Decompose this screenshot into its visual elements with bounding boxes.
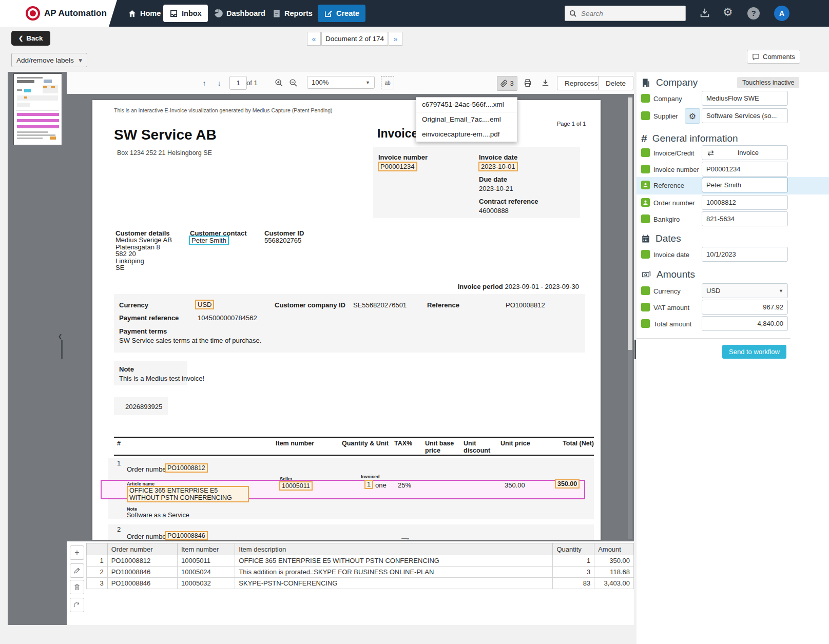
company-id-label: Customer company ID	[275, 301, 345, 309]
back-button[interactable]: ❮ Back	[11, 31, 50, 46]
total-amount-input[interactable]	[702, 316, 788, 331]
add-row-button[interactable]: +	[70, 545, 84, 560]
prev-document-button[interactable]: «	[307, 32, 321, 46]
bankgiro-input[interactable]	[702, 211, 788, 226]
order-number-input[interactable]	[702, 195, 788, 210]
header-order-number[interactable]: Order number	[107, 543, 177, 555]
customer-address: Medius Sverige ABPlatensgatan 8582 20 Li…	[115, 237, 172, 271]
seller-capture[interactable]: 10005011	[279, 481, 313, 491]
reports-icon	[273, 9, 281, 18]
attachment-item[interactable]: Original_Email_7ac....eml	[416, 112, 517, 127]
bankgiro-field-label: Bankgiro	[653, 216, 680, 223]
download-document-icon[interactable]	[538, 76, 552, 90]
reference-input[interactable]	[702, 178, 788, 192]
search-box[interactable]	[565, 6, 686, 21]
total-capture[interactable]: 350.00	[555, 479, 580, 489]
delete-row-button[interactable]	[70, 580, 84, 594]
field-status-icon	[641, 214, 650, 223]
help-icon[interactable]: ?	[747, 7, 760, 19]
print-icon[interactable]	[520, 76, 535, 90]
export-icon[interactable]	[699, 7, 710, 18]
nav-reports[interactable]: Reports	[266, 5, 319, 22]
send-to-workflow-button[interactable]: Send to workflow	[722, 345, 786, 359]
page-count-label: of 1	[246, 76, 258, 90]
text-select-tool-icon[interactable]: ab	[381, 76, 394, 89]
gear-icon: ⚙	[689, 111, 696, 121]
note-value: This is a Medius test invoice!	[119, 375, 204, 382]
company-input[interactable]	[702, 91, 788, 106]
reprocess-rows-button[interactable]	[70, 598, 84, 612]
line-1-order-capture[interactable]: PO10008812	[165, 463, 208, 473]
delete-button[interactable]: Delete	[598, 76, 633, 90]
currency-capture[interactable]: USD	[195, 300, 214, 309]
zoom-in-icon[interactable]	[272, 76, 285, 90]
header-item-description[interactable]: Item description	[235, 543, 553, 555]
invoice-date-input[interactable]	[702, 247, 788, 262]
attachments-button[interactable]: 3	[497, 76, 517, 91]
collapse-thumbnails-icon[interactable]: ❮	[58, 334, 62, 339]
caret-down-icon: ▼	[365, 80, 370, 85]
field-status-icon	[641, 319, 650, 328]
app-grid-icon[interactable]	[7, 8, 21, 19]
calendar-icon	[641, 234, 650, 243]
table-row[interactable]: 1PO10008812 10005011OFFICE 365 ENTERPRIS…	[87, 555, 634, 567]
search-input[interactable]	[580, 9, 674, 18]
table-row[interactable]: 3PO10008846 10005032SKYPE-PSTN-CONFERENC…	[87, 578, 634, 589]
left-splitter-handle[interactable]	[61, 340, 63, 359]
header-item-number[interactable]: Item number	[177, 543, 235, 555]
line-note-value: Software as a Service	[127, 512, 189, 519]
line-2-order-capture[interactable]: PO10008846	[165, 531, 208, 540]
thumbnail-panel	[8, 72, 67, 625]
payment-terms-label: Payment terms	[119, 327, 167, 335]
barcode-number: 2026893925	[125, 403, 162, 411]
comments-button[interactable]: Comments	[747, 50, 800, 64]
dates-section-title: Dates	[641, 233, 681, 244]
invoice-number-input[interactable]	[702, 162, 788, 177]
page-thumbnail[interactable]	[13, 73, 62, 145]
viewer-scrollbar[interactable]	[628, 96, 632, 539]
attachment-item[interactable]: c6797451-24ac-566f....xml	[416, 97, 517, 112]
invoiced-capture[interactable]: 1	[364, 480, 373, 489]
back-chevron-icon: ❮	[18, 35, 23, 42]
edit-row-button[interactable]	[70, 563, 84, 578]
prev-page-icon[interactable]: ↑	[198, 76, 211, 90]
nav-inbox[interactable]: Inbox	[163, 5, 208, 22]
contract-reference-label: Contract reference	[479, 198, 538, 205]
next-page-icon[interactable]: ↓	[213, 76, 226, 90]
vendor-address: Box 1234 252 21 Helsingborg SE	[117, 149, 212, 157]
zoom-level-select[interactable]: 100% ▼	[307, 76, 375, 89]
zoom-out-icon[interactable]	[286, 76, 300, 90]
next-document-button[interactable]: »	[389, 32, 402, 46]
attachment-item[interactable]: einvoicecapture-em....pdf	[416, 127, 517, 142]
money-icon	[641, 270, 651, 279]
supplier-settings-button[interactable]: ⚙	[685, 108, 700, 124]
header-quantity[interactable]: Quantity	[553, 543, 594, 555]
table-row[interactable]: 2PO10008846 10005024This addition is pro…	[87, 567, 634, 578]
invoice-number-capture[interactable]: P00001234	[378, 162, 417, 171]
header-amount[interactable]: Amount	[594, 543, 634, 555]
bankgiro-row: Bankgiro	[637, 211, 829, 227]
invoice-credit-toggle[interactable]: ⇄ Invoice	[702, 145, 788, 160]
currency-select[interactable]: USD ▼	[702, 283, 788, 298]
nav-home[interactable]: Home	[122, 5, 167, 22]
vat-amount-input[interactable]	[702, 300, 788, 315]
panel-resize-handle[interactable]: —▾	[401, 537, 415, 540]
invoice-date-capture[interactable]: 2023-10-01	[478, 162, 518, 171]
nav-dashboard[interactable]: Dashboard	[207, 5, 272, 22]
reference-row-selected: Reference	[637, 177, 829, 194]
nav-create[interactable]: Create	[318, 5, 365, 22]
avatar[interactable]: A	[774, 6, 789, 21]
supplier-input[interactable]	[702, 108, 788, 123]
page-number-input[interactable]	[229, 76, 247, 90]
caret-down-icon: ▼	[779, 288, 787, 294]
right-splitter-handle[interactable]	[634, 340, 636, 359]
article-name-capture[interactable]: OFFICE 365 ENTERPRISE E5 WITHOUT PSTN CO…	[127, 486, 249, 502]
supplier-field-row: Supplier ⚙	[637, 108, 829, 124]
invoice-date-row: Invoice date	[637, 246, 829, 263]
payment-terms-value: SW Service sales terms at the time of pu…	[119, 337, 261, 344]
customer-contact-capture[interactable]: Peter Smith	[189, 236, 229, 245]
line-2-number: 2	[117, 525, 121, 533]
note-label: Note	[119, 365, 134, 373]
settings-gear-icon[interactable]: ⚙	[723, 6, 733, 19]
add-remove-labels-button[interactable]: Add/remove labels ▾	[11, 53, 87, 67]
